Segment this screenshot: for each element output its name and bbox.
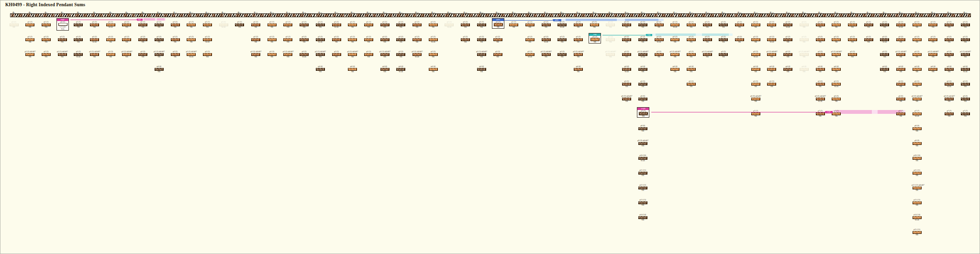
pendant-node[interactable]: p15 (15)NR [912,229,922,236]
pendant-node[interactable]: p3 (3)NR [170,51,180,58]
pendant-node[interactable]: p4 (4)NR [912,66,922,73]
pendant-node[interactable]: p2 (2)WAR [541,36,551,44]
pendant-node[interactable]: p3 (3)WAR [750,51,761,58]
pendant-node[interactable]: p3 (3) 445467NR [57,51,67,58]
highlighted-pendant-box[interactable]: magicp1 (1)1,2,3,4,59:55 [56,18,69,31]
pendant-node[interactable]: p2 (2)NR [944,36,955,44]
pink-arrow-icon[interactable]: angle [136,19,143,21]
pendant-node[interactable]: p3 (3) 445467NR [251,51,261,58]
pendant-node[interactable]: p1 (1)NR [283,21,293,29]
pendant-node[interactable]: p1 (1)WAR [557,21,568,29]
pendant-node[interactable]: p1 (1)NR [493,21,503,29]
pendant-node[interactable]: p3 (3) 445467NR [767,51,777,58]
pendant-node[interactable]: p3 (3)NR [815,51,825,58]
pendant-node[interactable]: p1 (1)NR [234,21,245,29]
pendant-node[interactable]: p2 (2)NR [73,36,84,44]
pink-arrow-icon[interactable]: weight [824,111,833,113]
pendant-node[interactable]: p3 (3)NR [783,51,793,58]
pendant-node[interactable]: p4 (4)NR [573,66,584,73]
pendant-node[interactable]: p7 (7)NR [896,110,906,118]
pendant-node[interactable]: p1 (1)NR [944,21,955,29]
pendant-node[interactable]: p5 (5)NR [960,80,970,88]
pendant-node[interactable]: p2 (2)NR [347,36,358,44]
pendant-node[interactable]: p1 (1)NR [605,21,616,29]
pendant-node[interactable]: p2 (2)NR [331,36,342,44]
pendant-node[interactable]: p3 (3)WAR [524,51,535,58]
pendant-node[interactable]: p1 (1)NR [573,21,584,29]
pendant-node[interactable]: p5 (5)WAR [831,80,842,88]
pendant-node[interactable]: p4 (4)NR [476,66,487,73]
pendant-node[interactable]: p3 (3)NR [428,51,438,58]
pendant-node[interactable]: p5 (5)NR [622,80,632,88]
pendant-node[interactable]: p1 (1)NR [799,21,809,29]
blue-arrow-icon[interactable]: update [552,19,561,22]
pendant-node[interactable]: p3 (3) 445467NR [541,51,551,58]
pendant-node[interactable]: p7 (7)NR [944,110,955,118]
pendant-node[interactable]: p5 (5)NR [815,80,825,88]
pendant-node[interactable]: p10 (10)NR [912,155,922,162]
pendant-node[interactable]: p1 (1)NR [815,21,825,29]
pendant-node[interactable]: p3 (3) 445467NR [960,51,970,58]
pendant-node[interactable]: p3 (3)NR [138,51,148,58]
pendant-node[interactable]: p1 (1)NR [767,21,777,29]
pendant-node[interactable]: p2 (2)NR [154,36,164,44]
pendant-node[interactable]: p1 (1)NR [379,21,390,29]
pendant-node[interactable]: p3 (3) 445467NR [831,51,842,58]
pendant-node[interactable]: p1 (1)NR [347,21,358,29]
pendant-node[interactable]: p2 (2)NR [735,36,745,44]
pendant-node[interactable]: p12 (12) 445467NR [912,184,922,192]
pendant-node[interactable]: p1 (1)NR [654,21,664,29]
pendant-node[interactable]: p5 (5)NR [637,80,648,88]
pendant-node[interactable]: p5 (5)WAR [944,80,955,88]
pendant-node[interactable]: p1 (1)NR [251,21,261,29]
pendant-node[interactable]: p2 (2)WAR [880,36,890,44]
pendant-node[interactable]: p2 (2)NR [57,36,67,44]
pendant-node[interactable]: p7 (7)NR [638,110,648,118]
pendant-node[interactable]: p7 (7)NR [750,110,761,118]
pendant-node[interactable]: p2 (2)NR [718,36,729,44]
pendant-node[interactable]: p3 (3)NR [718,51,729,58]
pendant-node[interactable]: p1 (1)NR [41,21,51,29]
pendant-node[interactable]: p1 (1)NR [25,21,35,29]
pendant-node[interactable]: p4 (4)NR [831,66,842,73]
pendant-node[interactable]: p6 (6) 445467WAR [815,95,825,103]
pendant-node[interactable]: p3 (3)NR [912,51,922,58]
pendant-node[interactable]: p4 (4)NR [686,66,696,73]
pendant-node[interactable]: p3 (3)NR [654,51,664,58]
pendant-node[interactable]: p4 (4)NR [815,66,825,73]
pendant-node[interactable]: p1 (1)NR [363,21,374,29]
pendant-node[interactable]: p3 (3)NR [202,51,212,58]
pendant-node[interactable]: p4 (4)NR [637,66,648,73]
pendant-node[interactable]: p2 (2)NR [557,36,568,44]
pendant-node[interactable]: p1 (1)NR [541,21,551,29]
pendant-node[interactable]: p1 (1)NR [89,21,100,29]
pendant-node[interactable]: p4 (4)NR [428,66,438,73]
pendant-node[interactable]: p2 (2)NR [251,36,261,44]
pendant-node[interactable]: p2 (2)NR [896,36,906,44]
pendant-node[interactable]: p2 (2)NR [702,36,713,44]
pendant-node[interactable]: p3 (3) 445467NR [122,51,132,58]
pendant-node[interactable]: p2 (2)NR [363,36,374,44]
pendant-node[interactable]: p4 (4)NR [880,66,890,73]
pendant-node[interactable]: p6 (6)NR [896,95,906,103]
pendant-node[interactable]: p2 (2)NR [25,36,35,44]
highlighted-pendant-box[interactable]: swapp2 (2)NR [589,33,601,44]
pendant-node[interactable]: p3 (3)NR [847,51,858,58]
pendant-node[interactable]: p2 (2)NR [815,36,825,44]
pendant-node[interactable]: p1 (1)WAR [670,21,680,29]
pendant-node[interactable]: p3 (3) 445467NR [347,51,358,58]
pendant-node[interactable]: p3 (3) 445467NR [89,51,100,58]
pendant-node[interactable]: p4 (4)WAR [396,66,406,73]
pendant-node[interactable]: p1 (1)NR [476,21,487,29]
pendant-node[interactable]: p6 (6) 445467NR [750,95,761,103]
pendant-node[interactable]: p2 (2)WAR [654,36,664,44]
pendant-node[interactable]: p1 (1)NR [831,21,842,29]
pendant-node[interactable]: p3 (3)NR [880,51,890,58]
pendant-node[interactable]: p3 (3)WAR [299,51,310,58]
pendant-node[interactable]: p1 (1)NR [315,21,325,29]
pendant-node[interactable]: p2 (2)WAR [767,36,777,44]
pendant-node[interactable]: p2 (2)NR [605,36,616,44]
pendant-node[interactable]: p14 (14)WAR [912,214,922,221]
pendant-node[interactable]: p3 (3)NR [492,51,503,58]
pendant-node[interactable]: p11 (11)NR [637,169,648,177]
